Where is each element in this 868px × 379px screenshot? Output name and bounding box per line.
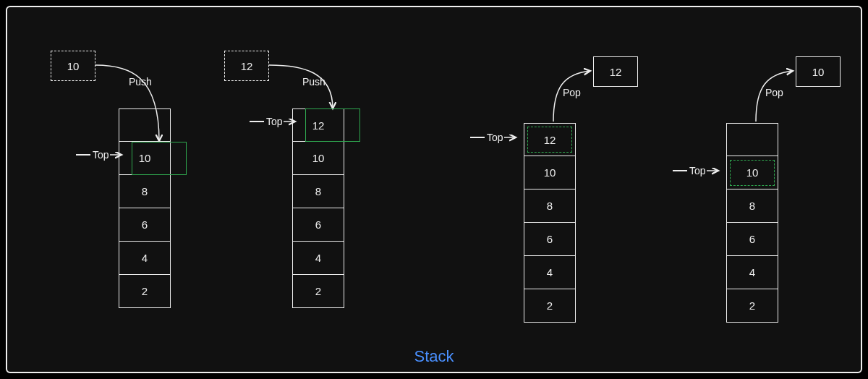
stack: 10 8 6 4 2 — [726, 123, 778, 323]
stack-cell: 10 — [292, 142, 344, 175]
stack-cell: 10 — [524, 156, 576, 190]
stack-cell: 4 — [726, 256, 778, 289]
stack-cell: 6 — [292, 208, 344, 242]
stack-cell: 2 — [292, 275, 344, 308]
stack-cell: 2 — [119, 275, 171, 308]
diagram-title: Stack — [7, 347, 861, 366]
highlight-box — [730, 160, 775, 186]
stack-cell: 4 — [119, 242, 171, 275]
stack: 12 10 8 6 4 2 — [524, 123, 576, 323]
stack: 10 8 6 4 2 — [119, 108, 171, 308]
stack-cell: 6 — [119, 208, 171, 242]
highlight-box — [527, 127, 572, 153]
highlight-box — [132, 142, 187, 175]
push-label: Push — [129, 76, 152, 88]
column-push-10: 10 Push Top 10 8 6 4 2 — [51, 7, 239, 372]
push-label: Push — [302, 76, 326, 88]
stack-cell — [726, 123, 778, 156]
top-pointer: Top — [76, 149, 124, 161]
column-pop-10: 10 Pop Top 10 8 6 4 2 — [658, 7, 846, 372]
stack-cell: 6 — [524, 223, 576, 256]
stack-cell: 8 — [119, 175, 171, 208]
stack-cell: 4 — [524, 256, 576, 289]
highlight-box — [305, 108, 360, 142]
stack-cell: 4 — [292, 242, 344, 275]
stack-cell: 6 — [726, 223, 778, 256]
stack-cell: 8 — [726, 190, 778, 223]
stack-cell — [119, 108, 171, 142]
stack-cell: 8 — [524, 190, 576, 223]
column-pop-12: 12 Pop Top 12 10 8 6 4 2 — [456, 7, 644, 372]
column-push-12: 12 Push Top 12 10 8 6 4 2 — [224, 7, 412, 372]
stack-cell: 2 — [524, 289, 576, 323]
pop-label: Pop — [765, 87, 783, 98]
pop-label: Pop — [563, 87, 581, 98]
diagram-frame: 10 Push Top 10 8 6 4 2 12 Push — [6, 6, 862, 373]
stack-cell: 8 — [292, 175, 344, 208]
top-pointer: Top — [673, 165, 721, 176]
stack-cell: 2 — [726, 289, 778, 323]
top-pointer: Top — [470, 132, 519, 143]
top-pointer: Top — [250, 116, 298, 127]
